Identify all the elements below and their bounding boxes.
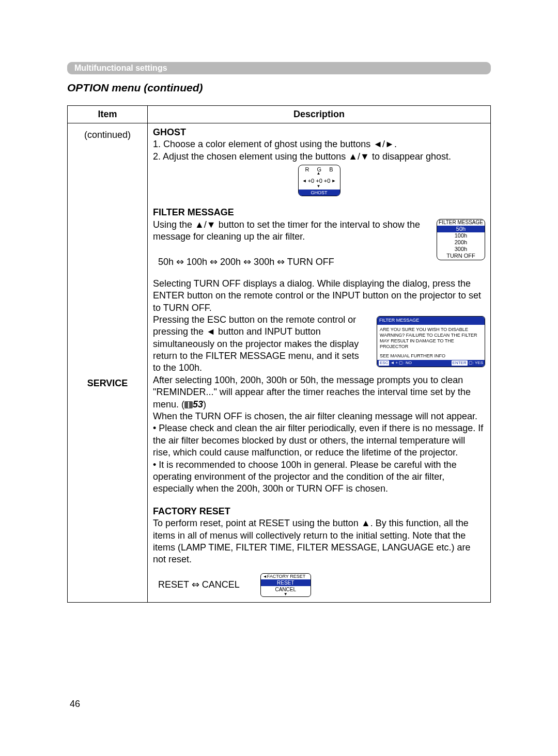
item-continued: (continued)	[68, 127, 147, 140]
factory-reset-title: FACTORY RESET	[153, 506, 230, 516]
ghost-footer-label: GHOST	[299, 190, 340, 196]
ghost-left-icon: ◄	[302, 178, 307, 183]
filter-message-block: FILTER MESSAGE Using the ▲/▼ button to s…	[153, 207, 485, 495]
fm-dlg-no: : NO	[404, 360, 412, 365]
fm-ref53: 53	[193, 399, 203, 410]
fm-line-a: Using the	[153, 219, 195, 230]
fm-dlg-body1: ARE YOU SURE YOU WISH TO DISABLE WARNING…	[380, 327, 482, 350]
ghost-block: GHOST 1. Choose a color element of ghost…	[153, 127, 485, 196]
option-table: Item Description (continued) SERVICE GHO…	[67, 105, 491, 603]
fm-esc-para: Pressing the ESC button on the remote co…	[153, 314, 368, 374]
item-service: SERVICE	[68, 378, 147, 389]
fm-item-200h: 200h	[437, 239, 485, 246]
ghost-line1a: 1. Choose a color element of ghost using…	[153, 139, 373, 149]
filter-message-title: FILTER MESSAGE	[153, 207, 234, 217]
fm-dlg-esc-tag: ESC	[379, 360, 389, 366]
ghost-line2a: 2. Adjust the chosen element using the b…	[153, 151, 348, 162]
fm-item-50h: 50h	[437, 226, 485, 232]
page-heading: OPTION menu (continued)	[67, 82, 491, 94]
ghost-title: GHOST	[153, 127, 186, 137]
ghost-graphic: R G B ▲ ◄ +0 +0 +0 ► ▼	[298, 165, 340, 196]
ghost-up-icon: ▲	[317, 171, 321, 176]
up-arrow-icon: ▲	[361, 518, 370, 528]
fr-box-title: FACTORY RESET	[267, 574, 306, 579]
ghost-line2c: to disappear ghost.	[369, 151, 451, 162]
fm-bullet2: • It is recommended to choose 100h in ge…	[153, 460, 457, 494]
fm-dlg-title: FILTER MESSAGE	[377, 317, 485, 325]
fm-turnoff-para: Selecting TURN OFF displays a dialog. Wh…	[153, 278, 485, 314]
manual-icon	[184, 401, 193, 408]
fm-dlg-enter-tag: ENTER	[452, 360, 468, 366]
fm-sequence: 50h ⇔ 100h ⇔ 200h ⇔ 300h ⇔ TURN OFF	[153, 256, 426, 268]
up-down-arrows-icon: ▲/▼	[348, 151, 369, 162]
up-down-arrows-icon: ▲/▼	[195, 219, 216, 230]
fr-para-a: To perform reset, point at RESET using t…	[153, 518, 361, 528]
factory-reset-block: FACTORY RESET To perform reset, point at…	[153, 506, 485, 597]
fm-item-turnoff: TURN OFF	[437, 253, 485, 259]
fm-item-100h: 100h	[437, 232, 485, 239]
fr-sequence: RESET ⇔ CANCEL	[153, 579, 240, 591]
filter-message-dialog-graphic: FILTER MESSAGE ARE YOU SURE YOU WISH TO …	[377, 316, 485, 367]
page-number: 46	[70, 699, 80, 710]
fm-after100-b: )	[203, 399, 206, 410]
fm-bullet1: • Please check and clean the air filter …	[153, 423, 483, 458]
fr-box-reset: RESET	[261, 579, 311, 586]
description-cell: GHOST 1. Choose a color element of ghost…	[148, 123, 491, 603]
factory-reset-graphic: ◄FACTORY RESET RESET CANCEL ▼	[260, 573, 311, 597]
fm-dlg-body2: SEE MANUAL FURTHER INFO	[380, 353, 482, 359]
fm-box-title: FILTER MESSAGE	[437, 219, 485, 226]
fm-dlg-yes: : YES	[473, 360, 483, 365]
section-bar: Multifunctional settings	[67, 62, 491, 74]
left-right-arrows-icon: ◄/►.	[373, 139, 397, 149]
item-cell: (continued) SERVICE	[68, 123, 148, 603]
th-description: Description	[148, 106, 491, 123]
fm-turnoff-nomsg: When the TURN OFF is chosen, the air fil…	[153, 411, 477, 421]
fr-down-icon: ▼	[261, 593, 311, 596]
filter-message-list-graphic: FILTER MESSAGE 50h 100h 200h 300h TURN O…	[437, 219, 485, 260]
ghost-right-icon: ►	[331, 178, 336, 183]
th-item: Item	[68, 106, 148, 123]
fm-item-300h: 300h	[437, 246, 485, 253]
fr-left-icon: ◄	[263, 574, 267, 579]
ghost-down-icon: ▼	[317, 184, 321, 188]
